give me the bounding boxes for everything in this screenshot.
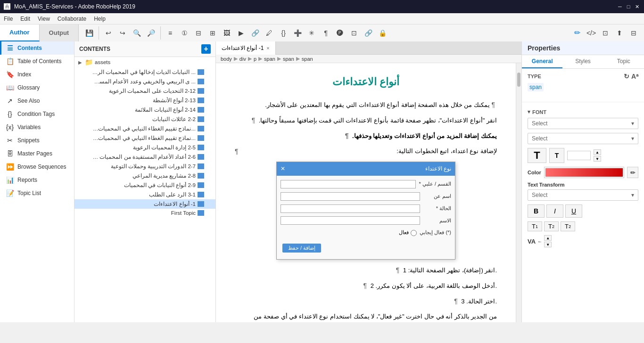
font-collapse-icon[interactable]: ▾: [528, 109, 530, 115]
sidebar-item-variables[interactable]: {x} Variables: [0, 121, 74, 134]
asterisk-icon[interactable]: ✳: [305, 26, 318, 40]
link-icon[interactable]: 🔗: [248, 26, 262, 40]
dialog-input-1[interactable]: [281, 192, 420, 201]
menu-view[interactable]: View: [38, 16, 50, 22]
save-icon[interactable]: 💾: [83, 26, 96, 40]
tree-item-10[interactable]: 2-6 أعداد الأعدام المستفيدة من المحميات …: [74, 152, 215, 162]
sidebar-item-glossary[interactable]: 📖 Glossary: [0, 81, 74, 94]
tree-item-8[interactable]: ...نماذج تقييم الغطاء النيابي في المحميا…: [74, 133, 215, 143]
italic-button[interactable]: I: [546, 204, 563, 218]
props-tab-topic[interactable]: Topic: [603, 55, 644, 68]
editor-tab-close[interactable]: ×: [266, 45, 269, 51]
props-tab-general[interactable]: General: [522, 55, 562, 68]
sidebar-item-topic-list[interactable]: 📝 Topic List: [0, 187, 74, 200]
sidebar-item-snippets[interactable]: ✂ Snippets: [0, 134, 74, 147]
dialog-input-3[interactable]: [281, 216, 420, 225]
format-icon[interactable]: Aᵃ: [631, 73, 638, 80]
find-replace-icon[interactable]: 🔎: [144, 26, 157, 40]
video-icon[interactable]: ▶: [234, 26, 248, 40]
pen-icon[interactable]: ✏: [570, 26, 584, 40]
tree-item-5[interactable]: 2-14 أنواع النيابات الملائمة: [74, 105, 215, 114]
bold-button[interactable]: B: [528, 204, 545, 218]
tree-item-15-active[interactable]: 1- أنواع الاعتداءات: [74, 199, 215, 209]
tree-item-assets[interactable]: ▶ 📁 assets: [74, 57, 215, 67]
font-family-select-1[interactable]: Select ▾: [528, 118, 638, 129]
subscript-btn[interactable]: T 2: [561, 221, 575, 231]
editor-scrollbar[interactable]: [516, 63, 521, 322]
sidebar-item-master-pages[interactable]: 🗄 Master Pages: [0, 147, 74, 160]
va-down[interactable]: ▼: [544, 242, 552, 247]
sidebar-item-browse-sequences[interactable]: ⏩ Browse Sequences: [0, 160, 74, 173]
va-up[interactable]: ▲: [544, 235, 552, 241]
dialog-save-button[interactable]: إضافة / حفظ: [282, 244, 321, 253]
sidebar-item-table-of-contents[interactable]: 📋 Table of Contents: [0, 55, 74, 68]
tree-item-2[interactable]: ... ى الربيعي والخريفي وعدد الأعدام المس…: [74, 77, 215, 86]
list-ol-icon[interactable]: ①: [178, 26, 191, 40]
close-btn[interactable]: ✕: [634, 3, 640, 10]
layout-icon[interactable]: ⊟: [627, 26, 640, 40]
contents-add-button[interactable]: +: [201, 44, 211, 54]
pilcrow-icon[interactable]: 🅟: [333, 26, 347, 40]
dialog-input-0[interactable]: [281, 180, 416, 188]
undo-icon[interactable]: ↩: [102, 26, 115, 40]
font-size-up[interactable]: ▲: [594, 149, 601, 155]
indent-icon[interactable]: ⊡: [347, 26, 361, 40]
text-transform-select[interactable]: Select ▾: [528, 189, 638, 201]
title-bar-controls[interactable]: ─ □ ✕: [617, 3, 640, 10]
highlight-icon[interactable]: 🖊: [263, 26, 276, 40]
font-family-select-2[interactable]: Select ▾: [528, 133, 638, 144]
font-size-input[interactable]: [567, 151, 591, 160]
tree-item-12[interactable]: 2-8 مشاريع مديرية المراعي: [74, 171, 215, 180]
normal-text-btn[interactable]: T 1: [528, 221, 542, 231]
editor-content[interactable]: أنواع الاعتداءات ¶ يمكنك من خلال هذه الص…: [216, 63, 516, 322]
expand-assets-icon[interactable]: ▶: [77, 59, 83, 65]
tree-item-first-topic[interactable]: First Topic: [74, 209, 215, 217]
minimize-btn[interactable]: ─: [617, 3, 623, 10]
plus-icon[interactable]: ➕: [291, 26, 304, 40]
dialog-radio-active[interactable]: فعال: [399, 228, 417, 237]
code-view-icon[interactable]: </>: [585, 26, 598, 40]
list-nested-icon[interactable]: ⊟: [192, 26, 205, 40]
tree-item-13[interactable]: 2-9 أنواع النيابات في المحميات: [74, 180, 215, 190]
lock-icon[interactable]: 🔒: [376, 26, 389, 40]
dialog-input-2[interactable]: [281, 204, 420, 213]
sidebar-item-reports[interactable]: 📊 Reports: [0, 173, 74, 187]
sidebar-item-index[interactable]: 🔖 Index: [0, 68, 74, 81]
tree-item-3[interactable]: 2-12 التحديات على المحميات الرعوية: [74, 86, 215, 96]
radio-active-input[interactable]: [411, 230, 417, 236]
maximize-btn[interactable]: □: [625, 3, 632, 10]
redo-icon[interactable]: ↪: [116, 26, 129, 40]
tree-item-7[interactable]: ...نماذج تقييم الغطاء النيابي في المحميا…: [74, 124, 215, 133]
tab-author[interactable]: Author: [0, 24, 40, 41]
export-icon[interactable]: ⬆: [613, 26, 626, 40]
link2-icon[interactable]: 🔗: [362, 26, 375, 40]
search-icon[interactable]: 🔍: [130, 26, 143, 40]
preview-icon[interactable]: ⊡: [599, 26, 612, 40]
sidebar-item-condition-tags[interactable]: {} Condition Tags: [0, 107, 74, 121]
tree-item-9[interactable]: 2-5 إدارة المحميات الرعوية: [74, 143, 215, 152]
props-tab-styles[interactable]: Styles: [562, 55, 603, 68]
va-spinner[interactable]: ▲ ▼: [544, 235, 552, 247]
sidebar-item-see-also[interactable]: ↗ See Also: [0, 94, 74, 107]
font-size-spinner[interactable]: ▲ ▼: [594, 149, 601, 162]
refresh-icon[interactable]: ↻: [624, 73, 629, 80]
tree-item-6[interactable]: 2-2 عائلات النيابات: [74, 114, 215, 124]
list-ul-icon[interactable]: ≡: [164, 26, 177, 40]
menu-file[interactable]: File: [4, 16, 13, 22]
menu-collaborate[interactable]: Collaborate: [58, 16, 86, 22]
editor-tab-active[interactable]: 1- أنواع الاعتداءات ×: [216, 41, 276, 55]
underline-button[interactable]: U: [565, 204, 582, 218]
table-icon[interactable]: ⊞: [206, 26, 219, 40]
image-icon[interactable]: 🖼: [220, 26, 233, 40]
code-icon[interactable]: {}: [277, 26, 290, 40]
tree-item-11[interactable]: 2-7 الدورات التدريبية وحملات التوعية: [74, 162, 215, 171]
tab-output[interactable]: Output: [40, 24, 79, 41]
color-pen-button[interactable]: ✏: [627, 167, 638, 178]
font-size-down[interactable]: ▼: [594, 156, 601, 162]
tree-item-1[interactable]: ... النيابات الديات إدخالها في المحميات …: [74, 67, 215, 77]
superscript-btn[interactable]: T 2: [544, 221, 559, 231]
menu-help[interactable]: Help: [94, 16, 106, 22]
sidebar-item-contents[interactable]: ☰ Contents: [0, 41, 74, 55]
dialog-close-icon[interactable]: ✕: [281, 164, 285, 174]
menu-edit[interactable]: Edit: [20, 16, 30, 22]
